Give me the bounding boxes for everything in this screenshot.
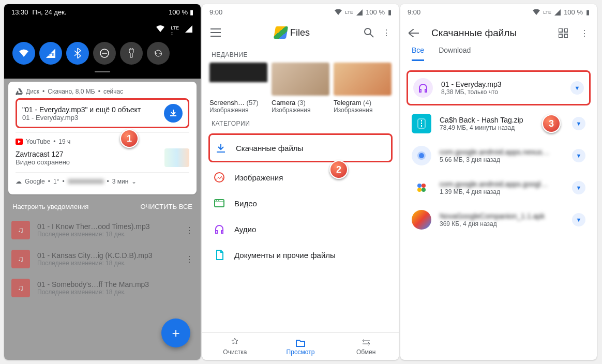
file-name: Ca$h Back - Hash Tag.zip (440, 116, 537, 124)
download-icon (215, 142, 227, 154)
back-icon[interactable] (409, 29, 419, 37)
wifi-icon (156, 25, 164, 36)
status-battery: 100 % (366, 8, 385, 16)
wifi-icon (335, 9, 342, 16)
status-time: 9:00 (209, 8, 222, 16)
flashlight-toggle[interactable] (120, 42, 143, 65)
download-sub: 01 - Everyday.mp3 (22, 114, 141, 122)
expand-icon[interactable]: ▼ (572, 213, 585, 226)
svg-text:LTE: LTE (48, 53, 55, 56)
wifi-icon (533, 9, 540, 16)
category-audio[interactable]: Аудио (208, 216, 393, 242)
recent-item[interactable]: Telegram (4) Изображения (334, 63, 392, 114)
wifi-toggle[interactable] (12, 42, 35, 65)
google-blur (68, 179, 104, 184)
svg-point-20 (422, 188, 426, 192)
expand-icon[interactable]: ▼ (572, 117, 585, 130)
category-downloads[interactable]: Скачанные файлы (208, 133, 393, 162)
svg-point-16 (419, 153, 424, 158)
youtube-thumb (164, 148, 189, 167)
svg-point-17 (417, 184, 422, 188)
status-bar: 13:30 Пн, 24 дек. 100 % ▮ (4, 4, 201, 20)
bluetooth-toggle[interactable] (66, 42, 89, 65)
file-item[interactable]: com.google.android.apps.nexus… 5,66 МБ, … (407, 140, 591, 172)
grid-view-icon[interactable] (559, 28, 568, 38)
tab-download[interactable]: Download (439, 46, 471, 61)
signal-icon (554, 9, 561, 16)
app-title: Files (229, 26, 355, 39)
notif-footer: Настроить уведомления ОЧИСТИТЬ ВСЕ (4, 198, 201, 216)
app-icon (412, 178, 431, 198)
fab-add[interactable]: + (161, 318, 190, 347)
svg-rect-10 (559, 28, 562, 32)
svg-point-6 (215, 173, 224, 182)
category-images[interactable]: Изображения (208, 164, 393, 190)
image-icon (214, 172, 225, 183)
headphones-icon (413, 78, 433, 98)
expand-icon[interactable]: ▼ (570, 81, 584, 95)
clear-all[interactable]: ОЧИСТИТЬ ВСЕ (141, 203, 192, 210)
category-video[interactable]: Видео (208, 190, 393, 216)
cloud-icon: ☁ (16, 178, 22, 185)
recent-item[interactable]: Screensh… (57) Изображения (209, 63, 267, 114)
recent-item[interactable]: Camera (3) Изображения (272, 63, 329, 114)
file-item[interactable]: NovaGoogleCompanion_1.1.apk 369 КБ, 4 дн… (407, 204, 591, 236)
category-docs[interactable]: Документы и прочие файлы (208, 242, 393, 268)
search-icon[interactable] (364, 27, 374, 38)
audio-file-icon: ♫ (11, 250, 30, 268)
manage-notifications[interactable]: Настроить уведомления (12, 203, 88, 210)
page-title: Скачанные файлы (431, 27, 546, 39)
list-item: ♫ 01 - I Know Ther…ood Times).mp3Последн… (11, 216, 193, 245)
recent-thumb (334, 63, 392, 96)
chevron-down-icon[interactable]: ⌄ (131, 178, 137, 185)
status-battery: 100 % (169, 8, 188, 16)
file-item-highlighted[interactable]: 01 - Everyday.mp3 8,38 МБ, только что ▼ (407, 70, 591, 105)
zip-icon (412, 114, 431, 133)
svg-rect-13 (564, 34, 568, 38)
svg-line-5 (370, 34, 373, 37)
google-when: 3 мин (112, 178, 129, 185)
panel-notifications: 13:30 Пн, 24 дек. 100 % ▮ LTE↕ LTE Диск … (4, 4, 201, 360)
lte-icon: LTE (543, 10, 551, 15)
rotation-toggle[interactable] (147, 42, 170, 65)
category-list: Скачанные файлы 2 Изображения Видео Ауди… (202, 133, 399, 268)
svg-point-19 (417, 188, 422, 192)
qs-handle[interactable] (95, 71, 110, 72)
notif-app: Диск (26, 88, 39, 95)
tab-all[interactable]: Все (412, 46, 424, 61)
dnd-toggle[interactable] (93, 42, 116, 65)
menu-icon[interactable] (210, 28, 221, 37)
lte-icon: LTE (345, 10, 353, 15)
more-icon[interactable]: ⋮ (580, 28, 589, 38)
signal-icon (356, 9, 363, 16)
file-item[interactable]: Ca$h Back - Hash Tag.zip 78,49 МБ, 4 мин… (407, 108, 591, 140)
tabs: Все Download (400, 46, 597, 66)
nav-clean[interactable]: Очистка (202, 333, 268, 360)
drive-notification[interactable]: Диск • Скачано, 8,0 МБ • сейчас "01 - Ev… (8, 82, 197, 194)
toolbar: Скачанные файлы ⋮ (400, 20, 597, 46)
file-list: 01 - Everyday.mp3 8,38 МБ, только что ▼ … (400, 66, 597, 238)
nav-share[interactable]: Обмен (333, 333, 399, 360)
file-meta: 369 КБ, 4 дня назад (440, 220, 564, 228)
more-icon[interactable]: ⋮ (382, 28, 390, 38)
audio-file-icon: ♫ (11, 221, 30, 239)
list-item: ♫ 01 - Kansas City…ig (K.C.D.B).mp3После… (11, 245, 193, 274)
download-title: "01 - Everyday.mp3" и ещё 0 объект (22, 105, 141, 114)
data-toggle[interactable]: LTE (39, 42, 62, 65)
svg-rect-12 (559, 34, 562, 38)
file-item[interactable]: com.google.android.apps.googl… 1,39 МБ, … (407, 172, 591, 204)
recent-thumb (209, 63, 267, 96)
google-app: Google (25, 178, 45, 185)
nav-browse[interactable]: Просмотр (268, 333, 334, 360)
expand-icon[interactable]: ▼ (572, 181, 585, 194)
step-marker-3: 3 (542, 114, 561, 133)
expand-icon[interactable]: ▼ (572, 149, 585, 162)
download-action-button[interactable] (164, 104, 183, 123)
document-icon (214, 249, 225, 261)
panel-downloads: 9:00 LTE 100 % ▮ Скачанные файлы ⋮ Все D… (400, 4, 597, 360)
step-marker-1: 1 (120, 129, 139, 148)
youtube-app: YouTube (26, 138, 50, 145)
battery-icon: ▮ (586, 8, 590, 16)
recent-thumb (272, 63, 329, 96)
battery-icon: ▮ (190, 8, 193, 16)
